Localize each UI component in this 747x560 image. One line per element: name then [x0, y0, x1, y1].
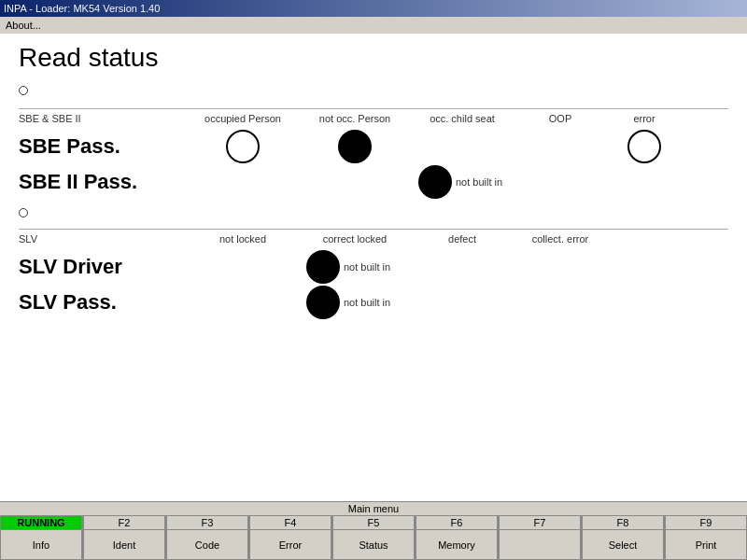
sbe-col-4: error: [607, 113, 682, 124]
fkey-label-3: Error: [249, 529, 331, 560]
fkey-4[interactable]: F5Status: [332, 515, 416, 560]
slv-col-3: collect. error: [514, 233, 607, 245]
fkey-6[interactable]: F7: [499, 515, 582, 560]
title-text: INPA - Loader: MK54 Version 1.40: [4, 3, 160, 14]
fkey-8[interactable]: F9Print: [665, 515, 747, 560]
fkey-num-6: F7: [499, 515, 581, 529]
radio-indicator-middle: [19, 208, 28, 217]
sbe-pass-col4: [607, 130, 682, 163]
fkey-2[interactable]: F3Code: [166, 515, 249, 560]
sbe-pass-notocc-circle: [338, 130, 372, 163]
slv-driver-col1: not built in: [299, 250, 411, 284]
sbe-pass-row: SBE Pass.: [19, 130, 728, 163]
slv-pass-col1: not built in: [299, 286, 411, 319]
fkey-num-0: RUNNING: [0, 515, 82, 529]
slv-driver-row: SLV Driver not built in: [19, 250, 728, 284]
page-title: Read status: [19, 43, 728, 73]
fkey-label-1: Ident: [83, 529, 165, 560]
sbe-pass-col1: [299, 130, 411, 163]
sbe2-pass-label: SBE II Pass.: [19, 170, 187, 194]
slv-driver-notbuilt: not built in: [344, 261, 390, 273]
sbe-col-0: occupied Person: [187, 113, 299, 124]
fkey-num-3: F4: [249, 515, 331, 529]
fkey-label-4: Status: [332, 529, 415, 560]
sbe-pass-label: SBE Pass.: [19, 134, 187, 159]
fkey-label-2: Code: [166, 529, 248, 560]
slv-col-0: not locked: [187, 233, 299, 245]
main-menu-label: Main menu: [0, 502, 747, 515]
sbe-divider: [19, 108, 728, 109]
fkey-7[interactable]: F8Select: [582, 515, 665, 560]
slv-col-1: correct locked: [299, 233, 411, 245]
about-menu[interactable]: About...: [6, 20, 41, 31]
fkey-label-8: Print: [665, 529, 747, 560]
fkey-label-0: Info: [0, 529, 82, 560]
sbe2-pass-col2: not built in: [411, 165, 514, 199]
slv-pass-row: SLV Pass. not built in: [19, 286, 728, 319]
sbe2-notbuilt-label: not built in: [456, 176, 502, 188]
fkey-num-5: F6: [416, 515, 498, 529]
fkey-1[interactable]: F2Ident: [83, 515, 166, 560]
fkey-5[interactable]: F6Memory: [416, 515, 499, 560]
sbe2-pass-occ-circle: [418, 165, 452, 199]
slv-col-2: defect: [411, 233, 514, 245]
fkey-num-2: F3: [166, 515, 248, 529]
sbe-col-3: OOP: [514, 113, 607, 124]
sbe-headers: SBE & SBE II occupied Person not occ. Pe…: [19, 113, 728, 124]
title-bar: INPA - Loader: MK54 Version 1.40: [0, 0, 747, 17]
radio-indicator-top: [19, 86, 28, 95]
sbe-col-2: occ. child seat: [411, 113, 514, 124]
main-content: Read status SBE & SBE II occupied Person…: [0, 34, 747, 501]
sbe-pass-occupied-circle: [226, 130, 260, 163]
fkey-num-1: F2: [83, 515, 165, 529]
slv-pass-label: SLV Pass.: [19, 290, 187, 315]
fkey-label-5: Memory: [416, 529, 498, 560]
bottom-area: Main menu RUNNINGInfoF2IdentF3CodeF4Erro…: [0, 501, 747, 560]
function-keys: RUNNINGInfoF2IdentF3CodeF4ErrorF5StatusF…: [0, 515, 747, 560]
fkey-0[interactable]: RUNNINGInfo: [0, 515, 83, 560]
slv-headers: SLV not locked correct locked defect col…: [19, 233, 728, 245]
sbe-section-name: SBE & SBE II: [19, 113, 187, 124]
slv-pass-circle: [306, 286, 340, 319]
slv-divider: [19, 229, 728, 230]
slv-driver-label: SLV Driver: [19, 255, 187, 279]
fkey-3[interactable]: F4Error: [249, 515, 332, 560]
fkey-label-7: Select: [582, 529, 664, 560]
sbe-pass-col0: [187, 130, 299, 163]
sbe-pass-error-circle: [627, 130, 661, 163]
sbe-col-1: not occ. Person: [299, 113, 411, 124]
radio-top: [19, 82, 728, 99]
sbe2-pass-row: SBE II Pass. not built in: [19, 165, 728, 199]
slv-section-name: SLV: [19, 233, 187, 245]
slv-pass-notbuilt: not built in: [344, 297, 390, 308]
fkey-num-4: F5: [332, 515, 415, 529]
fkey-label-6: [499, 529, 581, 560]
fkey-num-7: F8: [582, 515, 664, 529]
menu-bar: About...: [0, 17, 747, 34]
radio-middle: [19, 204, 728, 221]
fkey-num-8: F9: [665, 515, 747, 529]
slv-driver-circle: [306, 250, 340, 284]
